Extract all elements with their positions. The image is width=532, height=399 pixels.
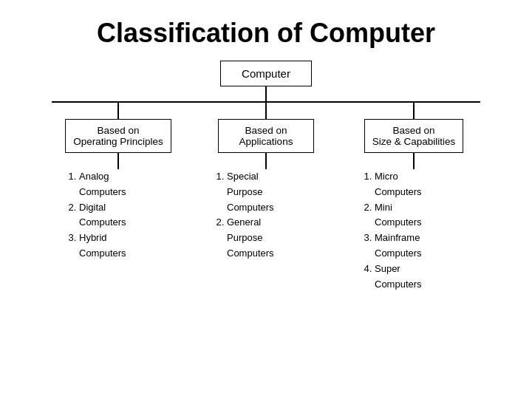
branch-list-2: SpecialPurposeComputers GeneralPurposeCo… [211,169,321,262]
branch-down-connector-3 [413,153,415,169]
list-item: MicroComputers [375,169,469,200]
branch-connector-3 [413,103,415,119]
diagram: Computer Based onOperating Principles An… [0,61,532,292]
list-item: GeneralPurposeComputers [227,215,321,261]
list-item: MainframeComputers [375,231,469,262]
branch-box-3: Based onSize & Capabilities [364,119,464,153]
branch-connector-2 [265,103,267,119]
root-node: Computer [220,61,312,86]
branch-applications: Based onApplications SpecialPurposeCompu… [200,103,332,292]
list-item: MiniComputers [375,200,469,231]
branch-box-1: Based onOperating Principles [65,119,171,153]
list-item: SpecialPurposeComputers [227,169,321,215]
branch-operating-principles: Based onOperating Principles AnalogCompu… [52,103,185,292]
branch-connector-1 [117,103,119,119]
list-item: HybridComputers [79,231,174,262]
branch-list-1: AnalogComputers DigitalComputers HybridC… [63,169,174,262]
h-bar-container: Based onOperating Principles AnalogCompu… [30,101,502,292]
list-item: DigitalComputers [79,200,174,231]
branch-box-2: Based onApplications [218,119,314,153]
root-connector [265,86,267,101]
list-item: SuperComputers [375,262,469,293]
branch-size-capabilities: Based onSize & Capabilities MicroCompute… [347,103,480,292]
branches-row: Based onOperating Principles AnalogCompu… [52,103,480,292]
branch-down-connector-1 [117,153,119,169]
list-item: AnalogComputers [79,169,174,200]
branch-down-connector-2 [265,153,267,169]
branch-list-3: MicroComputers MiniComputers MainframeCo… [358,169,469,292]
page-title: Classification of Computer [0,0,532,61]
